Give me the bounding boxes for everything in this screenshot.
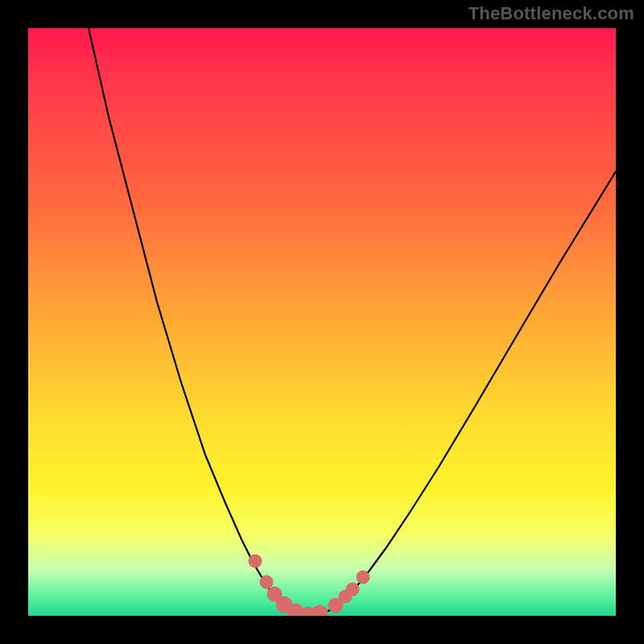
bead-point bbox=[312, 605, 328, 616]
bead-group bbox=[249, 555, 369, 616]
bead-point bbox=[249, 555, 262, 568]
bead-point bbox=[260, 576, 273, 588]
plot-area bbox=[28, 28, 616, 616]
bottleneck-curve-svg bbox=[28, 28, 616, 616]
bead-point bbox=[357, 571, 369, 584]
bead-point bbox=[346, 583, 359, 596]
attribution-text: TheBottleneck.com bbox=[469, 3, 634, 24]
bottleneck-curve bbox=[89, 28, 616, 615]
chart-frame: TheBottleneck.com bbox=[0, 0, 644, 644]
